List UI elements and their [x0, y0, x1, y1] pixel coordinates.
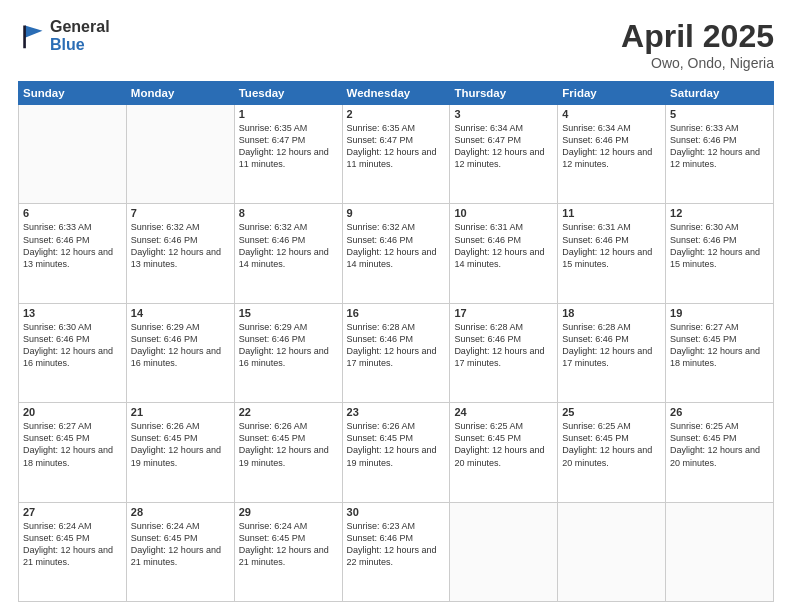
day-number: 26	[670, 406, 769, 418]
day-number: 4	[562, 108, 661, 120]
day-info: Sunrise: 6:27 AM Sunset: 6:45 PM Dayligh…	[23, 420, 122, 469]
calendar-cell: 18Sunrise: 6:28 AM Sunset: 6:46 PM Dayli…	[558, 303, 666, 402]
logo-blue: Blue	[50, 36, 110, 54]
logo: General Blue	[18, 18, 110, 53]
calendar-cell: 2Sunrise: 6:35 AM Sunset: 6:47 PM Daylig…	[342, 105, 450, 204]
day-info: Sunrise: 6:27 AM Sunset: 6:45 PM Dayligh…	[670, 321, 769, 370]
day-info: Sunrise: 6:32 AM Sunset: 6:46 PM Dayligh…	[347, 221, 446, 270]
day-number: 28	[131, 506, 230, 518]
day-info: Sunrise: 6:25 AM Sunset: 6:45 PM Dayligh…	[562, 420, 661, 469]
calendar-cell: 11Sunrise: 6:31 AM Sunset: 6:46 PM Dayli…	[558, 204, 666, 303]
calendar-cell: 4Sunrise: 6:34 AM Sunset: 6:46 PM Daylig…	[558, 105, 666, 204]
calendar-cell: 15Sunrise: 6:29 AM Sunset: 6:46 PM Dayli…	[234, 303, 342, 402]
day-number: 12	[670, 207, 769, 219]
logo-text: General Blue	[50, 18, 110, 53]
calendar-week-row: 20Sunrise: 6:27 AM Sunset: 6:45 PM Dayli…	[19, 403, 774, 502]
day-number: 25	[562, 406, 661, 418]
calendar-cell: 27Sunrise: 6:24 AM Sunset: 6:45 PM Dayli…	[19, 502, 127, 601]
calendar-table: SundayMondayTuesdayWednesdayThursdayFrid…	[18, 81, 774, 602]
svg-rect-0	[18, 22, 46, 50]
calendar-cell: 30Sunrise: 6:23 AM Sunset: 6:46 PM Dayli…	[342, 502, 450, 601]
calendar-cell: 21Sunrise: 6:26 AM Sunset: 6:45 PM Dayli…	[126, 403, 234, 502]
calendar-cell: 1Sunrise: 6:35 AM Sunset: 6:47 PM Daylig…	[234, 105, 342, 204]
day-info: Sunrise: 6:28 AM Sunset: 6:46 PM Dayligh…	[347, 321, 446, 370]
calendar-cell	[126, 105, 234, 204]
calendar-cell: 8Sunrise: 6:32 AM Sunset: 6:46 PM Daylig…	[234, 204, 342, 303]
calendar-cell: 14Sunrise: 6:29 AM Sunset: 6:46 PM Dayli…	[126, 303, 234, 402]
day-info: Sunrise: 6:25 AM Sunset: 6:45 PM Dayligh…	[454, 420, 553, 469]
calendar-cell: 23Sunrise: 6:26 AM Sunset: 6:45 PM Dayli…	[342, 403, 450, 502]
weekday-header: Saturday	[666, 82, 774, 105]
title-block: April 2025 Owo, Ondo, Nigeria	[621, 18, 774, 71]
day-number: 8	[239, 207, 338, 219]
day-info: Sunrise: 6:25 AM Sunset: 6:45 PM Dayligh…	[670, 420, 769, 469]
day-info: Sunrise: 6:31 AM Sunset: 6:46 PM Dayligh…	[562, 221, 661, 270]
day-number: 29	[239, 506, 338, 518]
day-info: Sunrise: 6:24 AM Sunset: 6:45 PM Dayligh…	[239, 520, 338, 569]
day-number: 17	[454, 307, 553, 319]
calendar-cell: 19Sunrise: 6:27 AM Sunset: 6:45 PM Dayli…	[666, 303, 774, 402]
title-location: Owo, Ondo, Nigeria	[621, 55, 774, 71]
calendar-cell	[19, 105, 127, 204]
day-info: Sunrise: 6:24 AM Sunset: 6:45 PM Dayligh…	[131, 520, 230, 569]
day-info: Sunrise: 6:30 AM Sunset: 6:46 PM Dayligh…	[670, 221, 769, 270]
day-number: 23	[347, 406, 446, 418]
title-month: April 2025	[621, 18, 774, 55]
calendar-cell: 22Sunrise: 6:26 AM Sunset: 6:45 PM Dayli…	[234, 403, 342, 502]
day-info: Sunrise: 6:32 AM Sunset: 6:46 PM Dayligh…	[239, 221, 338, 270]
calendar-week-row: 1Sunrise: 6:35 AM Sunset: 6:47 PM Daylig…	[19, 105, 774, 204]
day-info: Sunrise: 6:35 AM Sunset: 6:47 PM Dayligh…	[347, 122, 446, 171]
day-info: Sunrise: 6:26 AM Sunset: 6:45 PM Dayligh…	[347, 420, 446, 469]
day-number: 11	[562, 207, 661, 219]
day-info: Sunrise: 6:26 AM Sunset: 6:45 PM Dayligh…	[131, 420, 230, 469]
weekday-header: Monday	[126, 82, 234, 105]
day-number: 10	[454, 207, 553, 219]
calendar-cell: 17Sunrise: 6:28 AM Sunset: 6:46 PM Dayli…	[450, 303, 558, 402]
day-number: 5	[670, 108, 769, 120]
day-info: Sunrise: 6:28 AM Sunset: 6:46 PM Dayligh…	[454, 321, 553, 370]
day-info: Sunrise: 6:35 AM Sunset: 6:47 PM Dayligh…	[239, 122, 338, 171]
calendar-cell: 24Sunrise: 6:25 AM Sunset: 6:45 PM Dayli…	[450, 403, 558, 502]
calendar-cell: 5Sunrise: 6:33 AM Sunset: 6:46 PM Daylig…	[666, 105, 774, 204]
day-number: 9	[347, 207, 446, 219]
page: General Blue April 2025 Owo, Ondo, Niger…	[0, 0, 792, 612]
logo-icon	[18, 22, 46, 50]
day-info: Sunrise: 6:32 AM Sunset: 6:46 PM Dayligh…	[131, 221, 230, 270]
day-info: Sunrise: 6:30 AM Sunset: 6:46 PM Dayligh…	[23, 321, 122, 370]
svg-rect-2	[23, 25, 26, 48]
calendar-cell: 25Sunrise: 6:25 AM Sunset: 6:45 PM Dayli…	[558, 403, 666, 502]
day-number: 22	[239, 406, 338, 418]
calendar-cell: 13Sunrise: 6:30 AM Sunset: 6:46 PM Dayli…	[19, 303, 127, 402]
calendar-cell: 29Sunrise: 6:24 AM Sunset: 6:45 PM Dayli…	[234, 502, 342, 601]
day-number: 13	[23, 307, 122, 319]
day-info: Sunrise: 6:26 AM Sunset: 6:45 PM Dayligh…	[239, 420, 338, 469]
header: General Blue April 2025 Owo, Ondo, Niger…	[18, 18, 774, 71]
calendar-cell: 28Sunrise: 6:24 AM Sunset: 6:45 PM Dayli…	[126, 502, 234, 601]
calendar-cell: 16Sunrise: 6:28 AM Sunset: 6:46 PM Dayli…	[342, 303, 450, 402]
day-info: Sunrise: 6:33 AM Sunset: 6:46 PM Dayligh…	[670, 122, 769, 171]
day-info: Sunrise: 6:31 AM Sunset: 6:46 PM Dayligh…	[454, 221, 553, 270]
calendar-cell: 9Sunrise: 6:32 AM Sunset: 6:46 PM Daylig…	[342, 204, 450, 303]
day-info: Sunrise: 6:29 AM Sunset: 6:46 PM Dayligh…	[131, 321, 230, 370]
weekday-header-row: SundayMondayTuesdayWednesdayThursdayFrid…	[19, 82, 774, 105]
day-number: 30	[347, 506, 446, 518]
day-info: Sunrise: 6:34 AM Sunset: 6:47 PM Dayligh…	[454, 122, 553, 171]
calendar-cell: 7Sunrise: 6:32 AM Sunset: 6:46 PM Daylig…	[126, 204, 234, 303]
weekday-header: Thursday	[450, 82, 558, 105]
calendar-cell: 6Sunrise: 6:33 AM Sunset: 6:46 PM Daylig…	[19, 204, 127, 303]
day-number: 2	[347, 108, 446, 120]
calendar-cell: 3Sunrise: 6:34 AM Sunset: 6:47 PM Daylig…	[450, 105, 558, 204]
day-info: Sunrise: 6:28 AM Sunset: 6:46 PM Dayligh…	[562, 321, 661, 370]
day-number: 3	[454, 108, 553, 120]
day-number: 24	[454, 406, 553, 418]
day-number: 7	[131, 207, 230, 219]
day-number: 6	[23, 207, 122, 219]
day-info: Sunrise: 6:29 AM Sunset: 6:46 PM Dayligh…	[239, 321, 338, 370]
calendar-week-row: 6Sunrise: 6:33 AM Sunset: 6:46 PM Daylig…	[19, 204, 774, 303]
day-number: 14	[131, 307, 230, 319]
calendar-cell: 10Sunrise: 6:31 AM Sunset: 6:46 PM Dayli…	[450, 204, 558, 303]
calendar-cell	[558, 502, 666, 601]
calendar-cell	[666, 502, 774, 601]
day-info: Sunrise: 6:24 AM Sunset: 6:45 PM Dayligh…	[23, 520, 122, 569]
weekday-header: Friday	[558, 82, 666, 105]
